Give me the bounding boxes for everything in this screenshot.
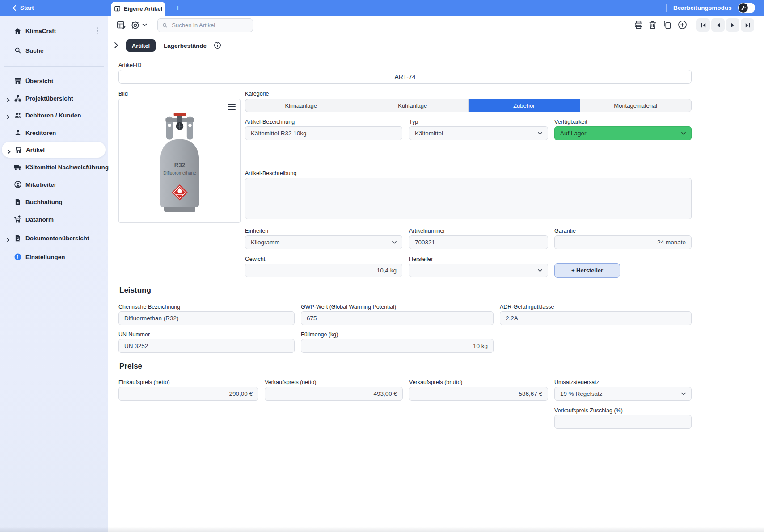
new-tab-button[interactable]: + [172,2,184,14]
chevron-down-icon[interactable] [142,23,147,27]
delete-icon[interactable] [648,20,658,29]
bezeichnung-input[interactable] [245,126,402,140]
person-circle-icon [13,180,22,189]
kategorie-option-montagematerial[interactable]: Montagematerial [580,99,692,112]
document-tab[interactable]: Eigene Artikel [111,2,165,16]
people-icon [13,111,22,120]
duplicate-icon[interactable] [662,20,672,29]
einheiten-select[interactable]: Kilogramm [245,235,402,249]
sidebar-item-buchhaltung[interactable]: Buchhaltung [0,194,108,210]
preise-divider [118,376,692,376]
verkaufspreis-brutto-input[interactable] [409,387,548,401]
un-nummer-input[interactable] [118,339,295,353]
chevron-down-icon [681,132,686,135]
search-field[interactable] [157,18,253,32]
einkaufspreis-label: Einkaufspreis (netto) [118,379,170,385]
sidebar-item-label: Dokumentenübersicht [25,235,89,242]
sidebar-item-mitarbeiter[interactable]: Mitarbeiter [0,176,108,193]
sidebar-item-label: Projektübersicht [25,95,73,102]
umsatzsteuersatz-select[interactable]: 19 % Regelsatz [554,387,692,401]
sidebar-item-label: Kältemittel Nachweisführung [25,164,109,171]
zuschlag-label: Verkaufspreis Zuschlag (%) [554,407,623,414]
search-input[interactable] [171,21,248,29]
umsatzsteuersatz-value: 19 % Regelsatz [560,390,603,397]
workspace-switcher[interactable]: KlimaCraft [0,23,108,39]
un-nummer-label: UN-Nummer [118,331,150,338]
verkaufspreis-brutto-label: Verkaufspreis (brutto) [409,379,463,385]
product-image-box[interactable]: R32 Difluoromethane [118,99,241,223]
tab-lagerbestaende[interactable]: Lagerbestände [164,39,207,52]
sidebar-search-label: Suche [25,47,44,54]
back-to-start-button[interactable]: Start [13,0,34,16]
gwp-input[interactable] [301,311,494,325]
garantie-input[interactable] [554,235,692,249]
verkaufspreis-netto-input[interactable] [265,387,403,401]
app-window: Start Eigene Artikel + Bearbeitungsmodus… [0,0,764,532]
collapse-panel-icon[interactable] [114,42,118,49]
sidebar-item-datanorm[interactable]: Datanorm [0,211,108,227]
umsatzsteuersatz-label: Umsatzsteuersatz [554,379,599,385]
sidebar-item-projektuebersicht[interactable]: Projektübersicht [0,90,108,106]
toolbar-border [108,38,764,38]
verfuegbarkeit-value: Auf Lager [560,130,587,137]
artikelnummer-input[interactable] [409,235,548,249]
home-icon [13,27,22,35]
info-icon [13,253,22,261]
svg-text:Difluoromethane: Difluoromethane [163,171,196,176]
fuellmenge-input[interactable] [301,339,494,353]
sidebar-item-kreditoren[interactable]: Kreditoren [0,125,108,141]
chemische-bezeichnung-input[interactable] [118,311,295,325]
kategorie-label: Kategorie [245,91,269,97]
beschreibung-label: Artikel-Beschreibung [245,170,296,176]
add-hersteller-button[interactable]: + Hersteller [554,263,620,278]
edit-mode-label: Bearbeitungsmodus [673,0,732,16]
sidebar-item-debitoren-kunden[interactable]: Debitoren / Kunden [0,107,108,123]
workspace-menu-icon[interactable] [97,23,98,39]
leistung-divider [118,300,692,300]
edit-mode-toggle[interactable] [738,3,755,13]
info-circle-icon[interactable] [214,42,221,49]
tab-artikel[interactable]: Artikel [126,39,156,52]
adr-input[interactable] [500,311,692,325]
back-label: Start [20,4,34,11]
wrench-icon [739,3,748,13]
artikel-id-input[interactable] [118,70,692,84]
hersteller-select[interactable] [409,264,548,277]
kategorie-option-kuehlanlage[interactable]: Kühlanlage [357,99,469,112]
verfuegbarkeit-select[interactable]: Auf Lager [554,126,692,140]
sidebar-item-kaeltemittel-nachweisfuehrung[interactable]: Kältemittel Nachweisführung [0,159,108,175]
next-record-button[interactable] [726,18,739,32]
chemische-bezeichnung-label: Chemische Bezeichnung [118,304,180,310]
chevron-right-icon [6,236,11,240]
first-record-button[interactable] [696,18,710,32]
preise-heading: Preise [119,362,142,371]
kategorie-option-zubehoer[interactable]: Zubehör [469,99,580,112]
workspace-name: KlimaCraft [25,28,56,34]
gas-cylinder-image: R32 Difluoromethane [135,104,224,220]
sidebar-item-einstellungen[interactable]: Einstellungen [0,249,108,265]
beschreibung-textarea[interactable] [245,178,692,219]
add-record-icon[interactable] [677,20,688,30]
sidebar-item-artikel[interactable]: Artikel [2,142,106,158]
image-menu-icon[interactable] [228,104,236,110]
previous-record-button[interactable] [711,18,725,32]
truck-icon [13,163,22,172]
print-icon[interactable] [633,20,644,30]
cart-plus-icon [13,215,22,224]
table-icon [114,5,121,12]
table-edit-icon[interactable] [116,20,127,30]
sidebar-search[interactable]: Suche [0,42,108,59]
zuschlag-input[interactable] [554,415,692,429]
bottom-shadow [0,527,764,532]
kategorie-option-klimaanlage[interactable]: Klimaanlage [245,99,357,112]
sidebar-item-label: Kreditoren [25,130,56,136]
settings-gear-icon[interactable] [130,20,140,30]
typ-select[interactable]: Kältemittel [409,126,548,140]
sidebar-item-label: Debitoren / Kunden [25,112,81,119]
sidebar-item-dokumentenuebersicht[interactable]: Dokumentenübersicht [0,230,108,246]
storefront-icon [13,77,22,85]
gewicht-input[interactable] [245,264,402,277]
last-record-button[interactable] [741,18,754,32]
sidebar-item-uebersicht[interactable]: Übersicht [0,73,108,89]
einkaufspreis-input[interactable] [118,387,258,401]
